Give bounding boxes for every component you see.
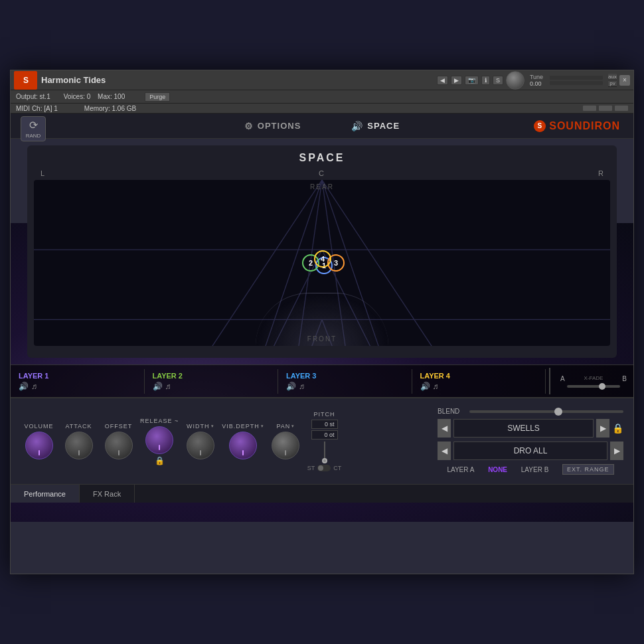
blend-label: BLEND — [438, 408, 464, 415]
camera-button[interactable]: 📷 — [465, 76, 479, 85]
st-ct-toggle[interactable] — [317, 465, 331, 471]
options-nav[interactable]: ⚙ OPTIONS — [239, 118, 307, 134]
instrument-name: Harmonic Tides — [41, 75, 437, 85]
toggle-inner — [318, 465, 323, 471]
layer-1-tab[interactable]: LAYER 1 🔊 ♬ — [11, 369, 145, 394]
next-button[interactable]: ▶ — [451, 76, 462, 85]
width-indicator — [200, 450, 201, 455]
blend-slider[interactable] — [469, 410, 623, 413]
vibdepth-indicator — [242, 450, 244, 455]
offset-knob[interactable] — [105, 432, 133, 459]
bottom-tabs: Performance FX Rack — [11, 484, 633, 503]
width-knob[interactable] — [187, 432, 214, 459]
aux-label[interactable]: aux — [608, 74, 617, 80]
ext-range-button[interactable]: EXT. RANGE — [562, 464, 614, 475]
midi-icon-4[interactable]: ♬ — [433, 382, 439, 391]
voices-info: Voices: 0 Max: 100 — [64, 93, 125, 100]
soundiron-logo: S SOUNDIRON — [534, 120, 620, 132]
volume-indicator — [39, 450, 40, 455]
midi-icon-2[interactable]: ♬ — [165, 382, 171, 391]
pan-knob[interactable] — [272, 432, 299, 459]
info-button[interactable]: ℹ — [481, 76, 490, 85]
space-label: SPACE — [367, 121, 400, 131]
controls-row: VOLUME ATTACK OFFSET — [11, 398, 633, 484]
offset-indicator — [118, 450, 120, 455]
space-panel: SPACE L C R — [27, 145, 617, 358]
purge-button[interactable]: Purge — [145, 92, 170, 102]
volume-knob[interactable] — [25, 432, 53, 459]
release-indicator — [159, 445, 160, 450]
prev-button[interactable]: ◀ — [437, 76, 448, 85]
width-group: WIDTH ▾ — [182, 423, 218, 459]
attack-group: ATTACK — [60, 423, 97, 459]
pitch-group: PITCH 0 st 0 ot ST CT — [307, 411, 342, 471]
speaker-icon-3[interactable]: 🔊 — [286, 382, 296, 391]
pitch-st-value[interactable]: 0 st — [311, 420, 338, 429]
layer4-name: LAYER 4 — [420, 372, 450, 380]
vibdepth-group: VIB.DEPTH ▾ — [222, 423, 264, 459]
midi-icon-1[interactable]: ♬ — [31, 382, 37, 391]
pitch-stem — [324, 442, 325, 461]
svg-text:S: S — [23, 76, 28, 85]
layer-tabs: LAYER 1 🔊 ♬ LAYER 2 🔊 ♬ LAYER 3 🔊 ♬ — [11, 364, 633, 398]
layer1-icons: 🔊 ♬ — [19, 382, 37, 391]
preset2-prev[interactable]: ◀ — [438, 442, 451, 460]
layer1-name: LAYER 1 — [19, 372, 48, 380]
memory-info: Memory: 1.06 GB — [84, 105, 136, 112]
release-knob[interactable] — [145, 426, 173, 454]
layer-labels-row: LAYER A NONE LAYER B EXT. RANGE — [438, 464, 623, 475]
space-grid[interactable]: REAR 1 2 3 4 FRONT — [34, 180, 610, 346]
preset2-next[interactable]: ▶ — [610, 442, 623, 460]
midi-info: MIDI Ch: [A] 1 — [16, 105, 58, 112]
xfade-label: X-FADE — [584, 375, 604, 382]
label-l: L — [40, 169, 44, 177]
layer-2-tab[interactable]: LAYER 2 🔊 ♬ — [145, 369, 279, 394]
attack-indicator — [78, 450, 80, 455]
none-label: NONE — [488, 466, 507, 473]
layer-dot-4[interactable]: 4 — [314, 250, 331, 268]
blend-thumb — [554, 408, 562, 416]
pan-indicator — [285, 450, 286, 455]
preset2-name: DRO ALL — [453, 442, 607, 460]
options-label: OPTIONS — [258, 121, 301, 131]
xfade-a: A — [560, 375, 565, 382]
tune-knob[interactable] — [506, 71, 524, 90]
blend-row: BLEND — [438, 408, 623, 415]
lock-right-icon[interactable]: 🔒 — [612, 423, 623, 434]
vibdepth-knob[interactable] — [229, 432, 257, 459]
preset1-prev[interactable]: ◀ — [438, 419, 451, 438]
speaker-icon-4[interactable]: 🔊 — [420, 382, 430, 391]
tune-value: 0.00 — [530, 80, 543, 87]
layer-3-tab[interactable]: LAYER 3 🔊 ♬ — [278, 369, 412, 394]
attack-label: ATTACK — [65, 423, 92, 430]
preset2-row: ◀ DRO ALL ▶ — [438, 442, 623, 460]
space-nav[interactable]: 🔊 SPACE — [346, 118, 405, 134]
pitch-dot — [322, 458, 327, 463]
rand-label: RAND — [26, 133, 41, 139]
speaker-icon-2[interactable]: 🔊 — [153, 382, 163, 391]
layer-4-tab[interactable]: LAYER 4 🔊 ♬ — [412, 369, 546, 394]
midi-icon-3[interactable]: ♬ — [299, 382, 305, 391]
right-controls: BLEND ◀ SWELLS ▶ 🔒 ◀ DRO ALL ▶ — [438, 408, 623, 475]
label-c: C — [319, 169, 324, 177]
fx-rack-tab[interactable]: FX Rack — [80, 485, 135, 503]
attack-knob[interactable] — [65, 432, 93, 459]
performance-tab[interactable]: Performance — [11, 485, 80, 503]
xfade-section: A X-FADE B — [554, 375, 633, 388]
st-label: ST — [307, 465, 315, 471]
dot2-label: 2 — [309, 259, 313, 267]
preset1-row: ◀ SWELLS ▶ 🔒 — [438, 419, 623, 438]
close-button[interactable]: × — [619, 75, 630, 86]
space-labels: L C R — [34, 169, 610, 177]
pitch-oct-value[interactable]: 0 ot — [311, 430, 338, 440]
preset1-next[interactable]: ▶ — [596, 419, 609, 438]
pv-label[interactable]: pv — [608, 80, 617, 87]
speaker-icon-1[interactable]: 🔊 — [19, 382, 29, 391]
rand-button[interactable]: ⟳ RAND — [21, 116, 46, 141]
s-button[interactable]: S — [493, 76, 503, 85]
xfade-slider[interactable] — [567, 385, 620, 388]
layer3-name: LAYER 3 — [286, 372, 316, 380]
nav-bar: ⟳ RAND ⚙ OPTIONS 🔊 SPACE S SOUNDIRON — [11, 114, 633, 139]
layer-b-label: LAYER B — [521, 466, 549, 473]
main-area: ⟳ RAND ⚙ OPTIONS 🔊 SPACE S SOUNDIRON SPA… — [11, 114, 633, 575]
